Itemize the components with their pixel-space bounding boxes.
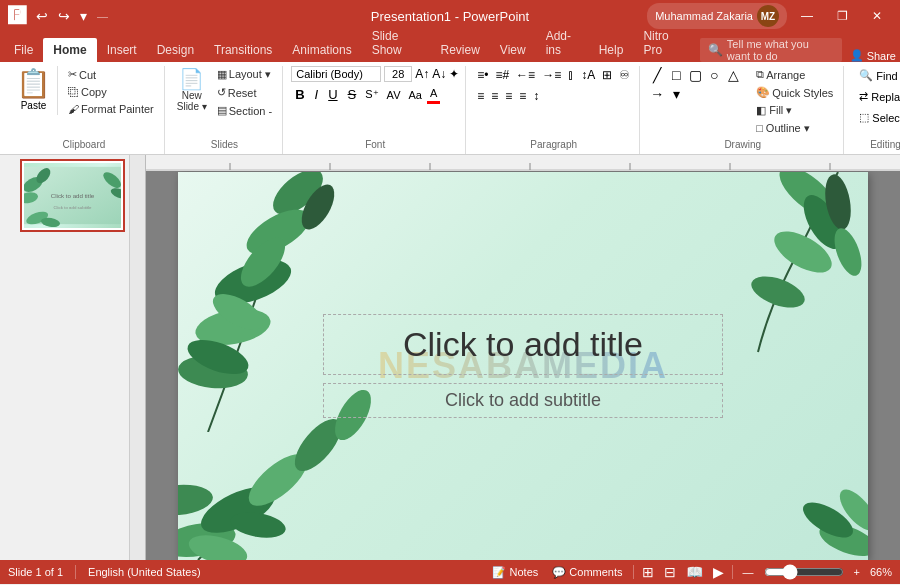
customize-qa-button[interactable]: ▾	[76, 6, 91, 26]
minimize-button[interactable]: —	[791, 5, 823, 27]
zoom-slider[interactable]	[764, 564, 844, 580]
zoom-level: 66%	[870, 566, 892, 578]
shape-arrow[interactable]: →	[648, 85, 666, 103]
zoom-out-button[interactable]: —	[739, 564, 758, 580]
new-slide-button[interactable]: 📄 NewSlide ▾	[173, 66, 211, 115]
paragraph-label: Paragraph	[530, 137, 577, 152]
tab-home[interactable]: Home	[43, 38, 96, 62]
slideshow-button[interactable]: ▶	[711, 562, 726, 582]
font-size-input[interactable]	[384, 66, 412, 82]
tab-insert[interactable]: Insert	[97, 38, 147, 62]
slide-thumbnail[interactable]: Click to add title Click to add subtitle	[20, 159, 125, 232]
font-name-input[interactable]	[291, 66, 381, 82]
cut-button[interactable]: ✂ Cut	[64, 66, 158, 83]
status-left: Slide 1 of 1 English (United States)	[8, 565, 201, 579]
copy-icon: ⿻	[68, 86, 79, 98]
tab-design[interactable]: Design	[147, 38, 204, 62]
quick-access: 🅿 ↩ ↪ ▾ —	[8, 6, 108, 27]
shape-more[interactable]: ▾	[667, 85, 685, 103]
increase-font-button[interactable]: A↑	[415, 67, 429, 81]
paste-button[interactable]: 📋 Paste	[10, 66, 58, 115]
shadow-button[interactable]: S⁺	[362, 86, 381, 103]
text-direction-button[interactable]: ↕A	[578, 66, 598, 84]
share-button[interactable]: 👤 Share	[850, 49, 896, 62]
line-spacing-button[interactable]: ↕	[530, 87, 542, 105]
comments-button[interactable]: 💬 Comments	[548, 564, 626, 581]
replace-button[interactable]: ⇄ Replace	[852, 87, 900, 106]
decrease-font-button[interactable]: A↓	[432, 67, 446, 81]
copy-button[interactable]: ⿻ Copy	[64, 84, 158, 100]
normal-view-button[interactable]: ⊞	[640, 562, 656, 582]
change-case-button[interactable]: Aa	[405, 87, 424, 103]
shape-line[interactable]: ╱	[648, 66, 666, 84]
font-color-button[interactable]: A	[427, 85, 440, 104]
shape-fill-button[interactable]: ◧ Fill ▾	[752, 102, 837, 119]
slide-subtitle-box[interactable]: Click to add subtitle	[323, 383, 723, 418]
tab-nitro[interactable]: Nitro Pro	[633, 24, 691, 62]
shape-circle[interactable]: ○	[705, 66, 723, 84]
align-center-button[interactable]: ≡	[488, 87, 501, 105]
para-top-row: ≡• ≡# ←≡ →≡ ⫿ ↕A ⊞ ♾	[474, 66, 633, 84]
slide-canvas[interactable]: NESABAMEDIA Click to add title Click to …	[178, 172, 868, 560]
columns-button[interactable]: ⫿	[565, 66, 577, 84]
title-bar-left: 🅿 ↩ ↪ ▾ —	[8, 6, 108, 27]
format-painter-button[interactable]: 🖌 Format Painter	[64, 101, 158, 117]
bullets-button[interactable]: ≡•	[474, 66, 491, 84]
align-text-button[interactable]: ⊞	[599, 66, 615, 84]
numbering-button[interactable]: ≡#	[492, 66, 512, 84]
tab-file[interactable]: File	[4, 38, 43, 62]
arrange-button[interactable]: ⧉ Arrange	[752, 66, 837, 83]
clipboard-group: 📋 Paste ✂ Cut ⿻ Copy 🖌 Format Painter Cl…	[4, 66, 165, 154]
align-left-button[interactable]: ≡	[474, 87, 487, 105]
underline-button[interactable]: U	[324, 85, 341, 104]
editing-group: 🔍 Find ⇄ Replace ⬚ Select - Editing	[846, 66, 900, 154]
select-button[interactable]: ⬚ Select -	[852, 108, 900, 127]
clear-format-button[interactable]: ✦	[449, 67, 459, 81]
justify-button[interactable]: ≡	[516, 87, 529, 105]
tab-addins[interactable]: Add-ins	[536, 24, 589, 62]
align-right-button[interactable]: ≡	[502, 87, 515, 105]
tab-animations[interactable]: Animations	[282, 38, 361, 62]
notes-button[interactable]: 📝 Notes	[488, 564, 542, 581]
slides-group: 📄 NewSlide ▾ ▦ Layout ▾ ↺ Reset ▤ Sectio…	[167, 66, 283, 154]
svg-point-31	[747, 270, 809, 314]
quick-styles-button[interactable]: 🎨 Quick Styles	[752, 84, 837, 101]
smartart-button[interactable]: ♾	[616, 66, 633, 84]
zoom-in-button[interactable]: +	[850, 564, 864, 580]
strikethrough-button[interactable]: S	[344, 85, 361, 104]
bold-button[interactable]: B	[291, 85, 308, 104]
tab-view[interactable]: View	[490, 38, 536, 62]
app-icon: 🅿	[8, 6, 26, 27]
layout-button[interactable]: ▦ Layout ▾	[213, 66, 276, 83]
search-box[interactable]: 🔍 Tell me what you want to do	[700, 38, 842, 62]
decrease-indent-button[interactable]: ←≡	[513, 66, 538, 84]
shape-rounded[interactable]: ▢	[686, 66, 704, 84]
paragraph-group-content: ≡• ≡# ←≡ →≡ ⫿ ↕A ⊞ ♾ ≡ ≡ ≡ ≡ ↕	[474, 66, 633, 137]
notes-icon: 📝	[492, 566, 506, 578]
tab-help[interactable]: Help	[589, 38, 634, 62]
svg-text:Click to add subtitle: Click to add subtitle	[53, 205, 92, 210]
char-spacing-button[interactable]: AV	[384, 87, 404, 103]
close-button[interactable]: ✕	[862, 5, 892, 27]
slide-subtitle-text: Click to add subtitle	[445, 390, 601, 410]
undo-button[interactable]: ↩	[32, 6, 52, 26]
tab-transitions[interactable]: Transitions	[204, 38, 282, 62]
increase-indent-button[interactable]: →≡	[539, 66, 564, 84]
tab-review[interactable]: Review	[430, 38, 489, 62]
slide-sorter-button[interactable]: ⊟	[662, 562, 678, 582]
shape-rect[interactable]: □	[667, 66, 685, 84]
reading-view-button[interactable]: 📖	[684, 562, 705, 582]
find-button[interactable]: 🔍 Find	[852, 66, 900, 85]
shape-triangle[interactable]: △	[724, 66, 742, 84]
quick-styles-icon: 🎨	[756, 86, 770, 99]
user-avatar: MZ	[757, 5, 779, 27]
section-button[interactable]: ▤ Section -	[213, 102, 276, 119]
tab-slideshow[interactable]: Slide Show	[362, 24, 431, 62]
shape-outline-button[interactable]: □ Outline ▾	[752, 120, 837, 137]
slide-title-box[interactable]: Click to add title	[323, 314, 723, 375]
redo-button[interactable]: ↪	[54, 6, 74, 26]
drawing-buttons: ⧉ Arrange 🎨 Quick Styles ◧ Fill ▾ □ Outl…	[752, 66, 837, 137]
italic-button[interactable]: I	[311, 85, 323, 104]
restore-button[interactable]: ❐	[827, 5, 858, 27]
reset-button[interactable]: ↺ Reset	[213, 84, 276, 101]
